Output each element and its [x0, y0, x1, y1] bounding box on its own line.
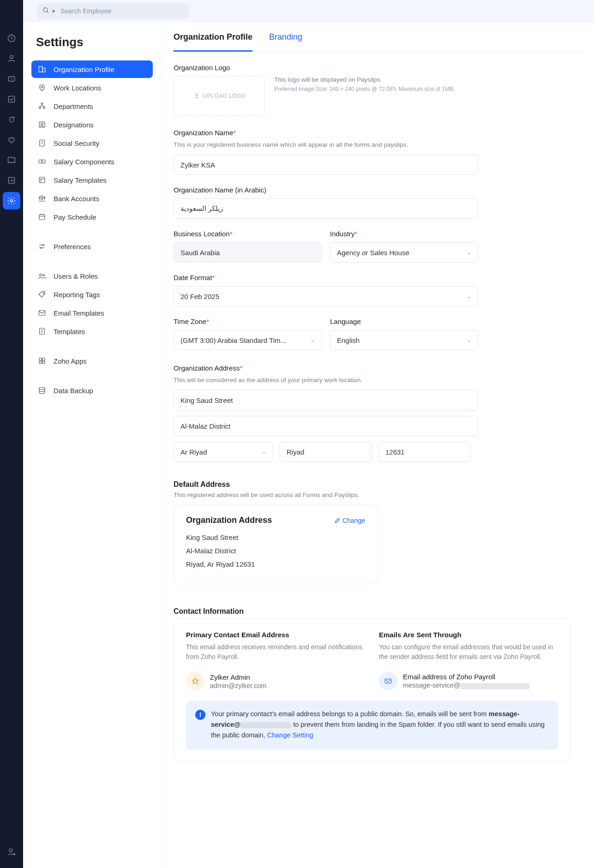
svg-rect-5	[8, 96, 14, 102]
svg-point-9	[13, 853, 15, 855]
addr-line3: Riyad, Ar Riyad 12631	[186, 560, 365, 568]
rail-user[interactable]	[3, 843, 20, 861]
default-address-card: Organization Address Change King Saud St…	[174, 505, 378, 584]
default-address-title: Default Address	[174, 480, 582, 489]
sliders-icon	[38, 242, 48, 251]
bank-icon	[38, 194, 48, 203]
search-icon	[42, 7, 49, 15]
rail-payroll[interactable]	[3, 111, 20, 128]
svg-point-35	[39, 387, 45, 389]
doc-icon	[38, 327, 48, 335]
rail-reports[interactable]	[3, 172, 20, 189]
snav-templates[interactable]: Templates	[31, 323, 153, 340]
snav-users-roles[interactable]: Users & Roles	[31, 267, 153, 285]
snav-label: Designations	[54, 121, 94, 129]
snav-preferences[interactable]: Preferences	[31, 238, 153, 255]
change-text: Change	[342, 517, 365, 524]
chevron-down-icon: ⌄	[467, 337, 471, 343]
snav-work-locations[interactable]: Work Locations	[31, 79, 153, 96]
search-input[interactable]	[60, 7, 184, 15]
calendar-icon	[38, 213, 48, 221]
tab-org-profile[interactable]: Organization Profile	[174, 22, 252, 52]
svg-rect-12	[42, 68, 45, 72]
logo-label: Organization Logo	[174, 64, 582, 72]
building-icon	[38, 65, 48, 73]
org-name-help: This is your registered business name wh…	[174, 141, 478, 148]
rail-tasks[interactable]	[3, 90, 20, 108]
org-name-ar-input[interactable]	[174, 198, 478, 219]
template-icon	[38, 176, 48, 184]
sent-through-email: message-service@	[403, 682, 529, 689]
masked-domain	[240, 722, 291, 728]
search-box[interactable]: ▼	[37, 3, 189, 19]
address-state-select[interactable]: Ar Riyad ⌄	[174, 442, 273, 462]
rail-benefits[interactable]	[3, 131, 20, 149]
snav-zoho-apps[interactable]: Zoho Apps	[31, 352, 153, 370]
app-logo[interactable]	[2, 5, 21, 23]
svg-rect-22	[39, 177, 45, 183]
info-icon: !	[195, 710, 205, 720]
org-address-label: Organization Address*	[174, 364, 478, 372]
timezone-label: Time Zone*	[174, 317, 322, 325]
date-format-label: Date Format*	[174, 274, 478, 281]
svg-rect-34	[42, 361, 45, 364]
snav-reporting-tags[interactable]: Reporting Tags	[31, 286, 153, 303]
shield-icon	[38, 139, 48, 147]
snav-departments[interactable]: Departments	[31, 97, 153, 115]
org-name-input[interactable]	[174, 155, 478, 175]
change-setting-link[interactable]: Change Setting	[267, 731, 313, 739]
snav-label: Reporting Tags	[54, 291, 100, 299]
sent-through-name: Email address of Zoho Payroll	[403, 673, 529, 681]
pin-icon	[38, 84, 48, 92]
svg-point-18	[41, 123, 43, 125]
address-city-input[interactable]	[280, 442, 372, 462]
svg-rect-33	[39, 361, 42, 364]
date-format-select[interactable]: 20 Feb 2025 ⌄	[174, 286, 478, 306]
rail-settings[interactable]	[3, 192, 20, 210]
snav-designations[interactable]: Designations	[31, 116, 153, 133]
snav-social-security[interactable]: Social Security	[31, 134, 153, 152]
logo-help-1: This logo will be displayed on Payslips.	[274, 76, 582, 83]
rail-dashboard[interactable]	[3, 30, 20, 47]
money-icon	[38, 157, 48, 166]
snav-email-templates[interactable]: Email Templates	[31, 304, 153, 322]
apps-icon	[38, 357, 48, 365]
industry-select[interactable]: Agency or Sales House ⌄	[330, 242, 478, 263]
snav-bank-accounts[interactable]: Bank Accounts	[31, 190, 153, 207]
svg-point-3	[10, 55, 13, 59]
svg-point-28	[43, 293, 44, 293]
snav-data-backup[interactable]: Data Backup	[31, 382, 153, 399]
chevron-down-icon: ⌄	[467, 293, 471, 299]
email-domain-alert: ! Your primary contact's email address b…	[186, 700, 558, 749]
address-line2-input[interactable]	[174, 416, 478, 436]
tab-branding[interactable]: Branding	[269, 22, 302, 52]
svg-rect-31	[39, 358, 42, 360]
search-scope-caret-icon[interactable]: ▼	[51, 9, 56, 14]
rail-people[interactable]	[3, 50, 20, 67]
industry-label: Industry*	[330, 230, 478, 238]
rail-inbox[interactable]	[3, 70, 20, 88]
timezone-select[interactable]: (GMT 3:00) Arabia Standard Tim... ⌄	[174, 330, 322, 350]
snav-label: Pay Schedule	[54, 213, 96, 221]
snav-label: Email Templates	[54, 309, 104, 317]
default-address-help: This registered address will be used acr…	[174, 491, 582, 498]
snav-label: Templates	[54, 328, 85, 335]
svg-point-27	[43, 275, 45, 276]
snav-organization-profile[interactable]: Organization Profile	[31, 60, 153, 78]
language-value: English	[337, 336, 360, 344]
contact-title: Contact Information	[174, 607, 582, 616]
address-zip-input[interactable]	[378, 442, 471, 462]
chevron-down-icon: ⌄	[310, 337, 315, 343]
org-name-ar-label: Organization Name (in Arabic)	[174, 186, 478, 194]
svg-rect-20	[39, 160, 45, 163]
address-line1-input[interactable]	[174, 390, 478, 410]
svg-rect-23	[39, 215, 45, 220]
snav-pay-schedule[interactable]: Pay Schedule	[31, 208, 153, 226]
change-address-button[interactable]: Change	[334, 517, 365, 524]
language-select[interactable]: English ⌄	[330, 330, 478, 350]
rail-files[interactable]	[3, 151, 20, 169]
snav-label: Salary Templates	[54, 176, 107, 184]
snav-salary-components[interactable]: Salary Components	[31, 153, 153, 170]
upload-logo-button[interactable]: UPLOAD LOGO	[174, 76, 265, 116]
snav-salary-templates[interactable]: Salary Templates	[31, 171, 153, 189]
